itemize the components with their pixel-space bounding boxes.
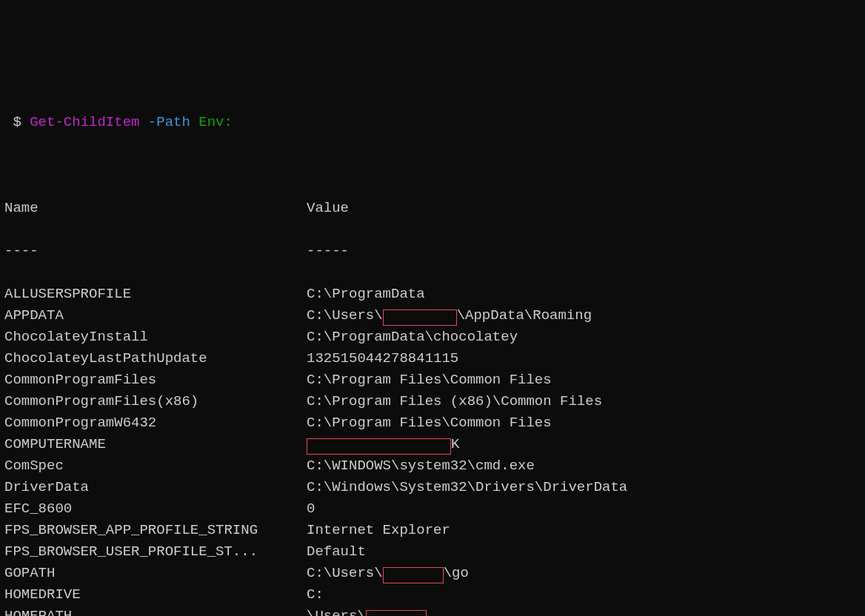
env-name: FPS_BROWSER_USER_PROFILE_ST... <box>4 541 307 563</box>
env-name: DriverData <box>4 477 307 498</box>
value-text: C:\Program Files\Common Files <box>307 415 552 431</box>
env-value: C:\Windows\System32\Drivers\DriverData <box>307 477 627 498</box>
value-text: K <box>451 436 459 452</box>
value-text: \go <box>444 565 469 581</box>
terminal-output[interactable]: $ Get-ChildItem -Path Env: NameValue ---… <box>0 86 865 616</box>
env-name: CommonProgramFiles <box>4 369 307 391</box>
value-text: C: <box>307 586 324 603</box>
table-row: ChocolateyLastPathUpdate1325150442788411… <box>4 348 861 369</box>
env-name: ChocolateyLastPathUpdate <box>4 348 307 369</box>
table-row: FPS_BROWSER_APP_PROFILE_STRINGInternet E… <box>4 520 861 541</box>
env-value: Internet Explorer <box>307 520 450 541</box>
env-name: APPDATA <box>4 305 307 327</box>
env-rows: ALLUSERSPROFILEC:\ProgramDataAPPDATAC:\U… <box>4 284 861 616</box>
env-name: CommonProgramFiles(x86) <box>4 391 307 412</box>
value-text: C:\Users\ <box>307 307 383 324</box>
value-text: C:\Windows\System32\Drivers\DriverData <box>307 479 627 495</box>
env-value: C:\Users\\go <box>307 563 469 584</box>
env-name: FPS_BROWSER_APP_PROFILE_STRING <box>4 520 307 541</box>
env-value: 132515044278841115 <box>307 348 458 369</box>
redaction-box <box>383 567 444 583</box>
env-value: C:\Program Files (x86)\Common Files <box>307 391 602 412</box>
value-text: C:\ProgramData\chocolatey <box>307 329 518 345</box>
table-row: CommonProgramW6432C:\Program Files\Commo… <box>4 412 861 434</box>
value-text: C:\ProgramData <box>307 286 425 302</box>
value-text: C:\Users\ <box>307 565 383 581</box>
table-row: COMPUTERNAMEK <box>4 434 861 455</box>
env-name: CommonProgramW6432 <box>4 412 307 434</box>
table-row: ComSpecC:\WINDOWS\system32\cmd.exe <box>4 455 861 477</box>
table-row: EFC_86000 <box>4 498 861 520</box>
value-text: 0 <box>307 500 315 517</box>
header-dash-row: --------- <box>4 241 861 262</box>
table-row: CommonProgramFiles(x86)C:\Program Files … <box>4 391 861 412</box>
header-value: Value <box>307 198 349 219</box>
env-value: C:\WINDOWS\system32\cmd.exe <box>307 455 535 477</box>
value-text: 132515044278841115 <box>307 350 458 366</box>
table-row: FPS_BROWSER_USER_PROFILE_ST...Default <box>4 541 861 563</box>
value-text: C:\WINDOWS\system32\cmd.exe <box>307 458 535 474</box>
env-value: C:\Program Files\Common Files <box>307 412 552 434</box>
table-row: DriverDataC:\Windows\System32\Drivers\Dr… <box>4 477 861 498</box>
header-name: Name <box>4 198 307 219</box>
table-row: HOMEPATH\Users\ <box>4 606 861 616</box>
redaction-box <box>366 610 427 616</box>
table-row: ChocolateyInstallC:\ProgramData\chocolat… <box>4 327 861 348</box>
env-value: C:\Program Files\Common Files <box>307 369 552 391</box>
env-name: HOMEDRIVE <box>4 584 307 606</box>
env-value: C:\ProgramData <box>307 284 425 305</box>
env-name: ComSpec <box>4 455 307 477</box>
table-row: ALLUSERSPROFILEC:\ProgramData <box>4 284 861 305</box>
value-text: Internet Explorer <box>307 522 450 538</box>
env-value: Default <box>307 541 366 563</box>
cmdlet-token: Get-ChildItem <box>30 114 139 130</box>
redaction-box <box>307 438 451 455</box>
value-text: Default <box>307 543 366 560</box>
table-row: APPDATAC:\Users\\AppData\Roaming <box>4 305 861 327</box>
arg-token: Env: <box>198 114 233 130</box>
env-value: 0 <box>307 498 315 520</box>
table-row: HOMEDRIVEC: <box>4 584 861 606</box>
param-token: -Path <box>148 114 190 130</box>
value-text: \AppData\Roaming <box>457 307 592 324</box>
value-text: C:\Program Files (x86)\Common Files <box>307 393 602 409</box>
env-name: HOMEPATH <box>4 606 307 616</box>
header-value-dash: ----- <box>307 241 349 262</box>
value-text: C:\Program Files\Common Files <box>307 372 552 388</box>
env-value: K <box>307 434 459 455</box>
env-name: ChocolateyInstall <box>4 327 307 348</box>
table-row: GOPATHC:\Users\\go <box>4 563 861 584</box>
env-name: COMPUTERNAME <box>4 434 307 455</box>
value-text: \Users\ <box>307 608 366 616</box>
command-line: $ Get-ChildItem -Path Env: <box>4 112 861 133</box>
env-value: C: <box>307 584 324 606</box>
env-name: ALLUSERSPROFILE <box>4 284 307 305</box>
env-value: C:\ProgramData\chocolatey <box>307 327 518 348</box>
header-name-dash: ---- <box>4 241 307 262</box>
header-row: NameValue <box>4 198 861 219</box>
env-name: EFC_8600 <box>4 498 307 520</box>
redaction-box <box>383 309 457 326</box>
blank-line <box>4 155 861 176</box>
env-value: C:\Users\\AppData\Roaming <box>307 305 592 327</box>
env-value: \Users\ <box>307 606 427 616</box>
prompt-symbol: $ <box>13 114 21 130</box>
table-row: CommonProgramFilesC:\Program Files\Commo… <box>4 369 861 391</box>
env-name: GOPATH <box>4 563 307 584</box>
